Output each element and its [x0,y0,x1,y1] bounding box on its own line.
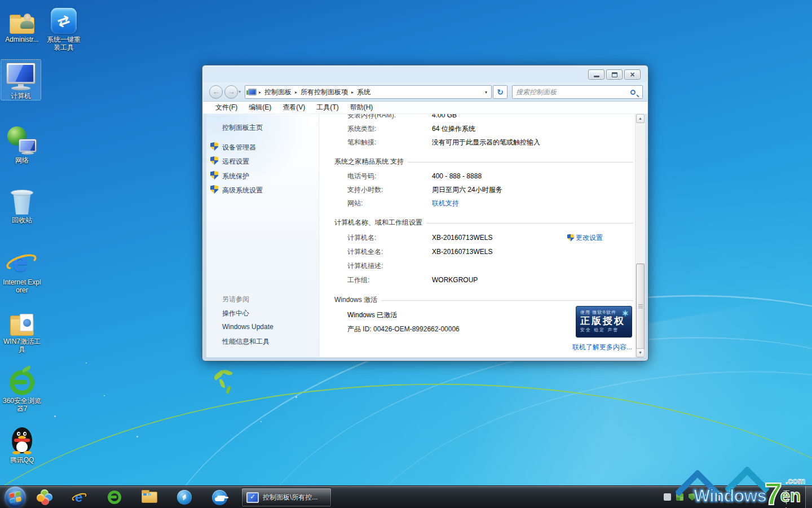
desktop-icon-reinstall-tool[interactable]: ⇄ 系统一键重装工具 [44,3,83,51]
menu-edit[interactable]: 编辑(E) [246,102,274,113]
uac-shield-icon [210,156,218,165]
desktop-icon-label: 网络 [2,156,42,164]
wallpaper-sparkle [104,395,105,396]
desktop-icon-computer[interactable]: 计算机 [1,60,41,100]
desktop-icon-label: Administr... [2,36,42,43]
tray-shield-icon[interactable] [689,493,696,501]
learn-more-row: 联机了解更多内容... [323,343,639,352]
info-row-system-type: 系统类型: 64 位操作系统 [323,124,639,133]
desktop: Administr... ⇄ 系统一键重装工具 计算机 网络 回收站 [0,0,812,508]
desktop-icon-label: 360安全浏览器7 [2,397,42,413]
address-bar[interactable]: ▸ 控制面板 ▸ 所有控制面板项 ▸ 系统 ▾ [245,85,492,99]
scroll-down-button[interactable]: ▼ [636,348,645,357]
menu-view[interactable]: 查看(V) [280,102,308,113]
sidebar-item-device-manager[interactable]: 设备管理器 [222,143,256,152]
window-content: 控制面板主页 设备管理器 远程设置 系统保护 高级系统设置 另请参阅 操作中心 … [206,114,645,357]
learn-more-link[interactable]: 联机了解更多内容... [572,343,632,352]
menu-bar: 文件(F) 编辑(E) 查看(V) 工具(T) 帮助(H) [203,102,647,114]
scrollbar-thumb[interactable] [636,264,645,351]
qq-penguin-icon [2,424,42,454]
forward-arrow-icon: → [228,87,235,96]
compass-icon [177,490,192,505]
forward-button[interactable]: → [224,85,238,99]
address-dropdown-icon[interactable]: ▾ [481,90,491,95]
info-row-phone: 电话号码: 400 - 888 - 8888 [323,172,639,181]
info-row-website: 网站: 联机支持 [323,199,639,208]
tray-green-grid-icon[interactable] [676,493,683,501]
maximize-button[interactable] [606,69,623,80]
breadcrumb-system[interactable]: 系统 [354,86,374,98]
desktop-icon-win7-activation-tool[interactable]: WIN7激活工具 [2,305,42,353]
taskbar: e ✓ 控制面板\所有控... [0,485,812,508]
uac-shield-icon [210,142,218,151]
sidebar-item-system-protection[interactable]: 系统保护 [222,172,249,181]
control-panel-task-icon: ✓ [246,492,259,503]
taskbar-software-manager-icon[interactable] [35,488,54,507]
online-support-link[interactable]: 联机支持 [432,199,459,208]
scroll-up-button[interactable]: ▲ [636,114,645,123]
info-row-ram: 安装内存(RAM): 4.00 GB [323,114,639,120]
taskbar-compass-browser[interactable] [175,488,194,507]
scroll-down-icon: ▼ [638,351,642,354]
refresh-button[interactable]: ↻ [493,85,508,99]
tray-network-icon[interactable] [713,493,721,501]
breadcrumb-all-items[interactable]: 所有控制面板项 [297,86,351,98]
cloud-browser-icon [212,490,227,505]
sidebar-item-action-center[interactable]: 操作中心 [222,309,249,318]
menu-tools[interactable]: 工具(T) [314,102,341,113]
network-icon [2,124,42,155]
genuine-software-badge[interactable]: ✶ 使用 微软®软件 正版授权 安全 稳定 声誉 [576,306,632,338]
scroll-up-icon: ▲ [638,116,642,120]
recycle-bin-icon [2,184,42,214]
sidebar-item-advanced-settings[interactable]: 高级系统设置 [222,186,263,195]
back-button[interactable]: ← [209,85,223,99]
360-browser-icon [2,365,42,395]
desktop-icon-tencent-qq[interactable]: 腾讯QQ [2,424,42,464]
wallpaper-leaf [219,379,226,388]
user-folder-icon [2,3,42,34]
sidebar-item-performance-tools[interactable]: 性能信息和工具 [222,337,270,347]
change-settings-link[interactable]: 更改设置 [567,233,603,242]
search-icon[interactable] [630,90,636,95]
menu-help[interactable]: 帮助(H) [347,102,376,113]
sidebar-item-control-panel-home[interactable]: 控制面板主页 [222,123,263,133]
info-row-workgroup: 工作组: WORKGROUP [323,275,639,284]
sidebar-see-also-header: 另请参阅 [222,295,249,304]
show-desktop-button[interactable] [805,486,812,508]
desktop-icon-recycle-bin[interactable]: 回收站 [2,184,42,224]
taskbar-windows-explorer[interactable] [140,488,159,507]
search-box [512,85,643,99]
desktop-icon-label: WIN7激活工具 [2,338,42,353]
history-dropdown-icon[interactable]: ▾ [239,89,241,94]
taskbar-360-browser[interactable] [105,488,124,507]
window-titlebar[interactable] [202,65,648,82]
green-e-icon [108,491,121,504]
internet-explorer-icon: e [2,246,42,277]
tray-speaker-icon[interactable] [701,493,708,501]
wallpaper-sparkle [136,436,138,437]
wallpaper-sparkle [261,421,262,422]
desktop-icon-label: Internet Explorer [2,278,42,294]
taskbar-cloud-browser[interactable] [210,488,229,507]
desktop-icon-network[interactable]: 网络 [2,124,42,164]
menu-file[interactable]: 文件(F) [213,102,240,113]
desktop-icon-360-browser[interactable]: 360安全浏览器7 [2,365,42,413]
wallpaper-sparkle [54,415,56,417]
breadcrumb-control-panel[interactable]: 控制面板 [261,86,295,98]
search-input[interactable] [513,88,630,96]
active-task-control-panel[interactable]: ✓ 控制面板\所有控... [241,488,332,507]
sidebar-item-remote-settings[interactable]: 远程设置 [222,157,249,167]
folder-document-icon [2,305,42,336]
close-button[interactable]: × [624,69,641,80]
start-button[interactable] [5,487,26,508]
taskbar-internet-explorer[interactable]: e [70,488,89,507]
tray-clock[interactable]: 下午 4: 星期 [783,489,789,508]
tray-document-icon[interactable] [664,493,671,501]
sidebar-item-windows-update[interactable]: Windows Update [222,323,273,331]
desktop-icon-internet-explorer[interactable]: e Internet Explorer [2,246,42,294]
reinstall-tool-icon: ⇄ [44,3,83,34]
desktop-icon-administrator[interactable]: Administr... [2,3,42,43]
uac-shield-icon [210,185,218,194]
minimize-button[interactable] [588,69,604,80]
scrollbar[interactable]: ▲ ▼ [635,114,645,357]
